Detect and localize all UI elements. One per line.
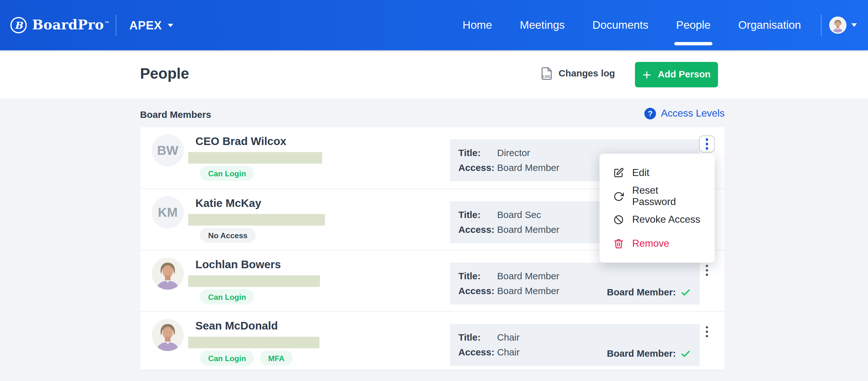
section-title: Board Members: [140, 110, 211, 121]
menu-item-edit[interactable]: Edit: [599, 161, 715, 184]
kebab-dot: [706, 269, 708, 271]
nav-item-meetings[interactable]: Meetings: [518, 0, 566, 50]
board-member-flag: Board Member:: [607, 287, 691, 298]
menu-item-reset-password[interactable]: Reset Password: [599, 184, 715, 208]
avatar-initials: KM: [152, 196, 184, 229]
page-title: People: [140, 65, 189, 82]
revoke-access-icon: [613, 215, 624, 225]
member-row-sean-mcdonald: Sean McDonald Can Login MFA Title:Chair …: [140, 311, 725, 370]
kebab-dot: [706, 147, 708, 150]
access-value: Board Member: [497, 286, 560, 297]
help-icon: ?: [644, 108, 656, 119]
add-person-button[interactable]: Add Person: [635, 62, 718, 88]
row-actions-button[interactable]: [699, 136, 715, 152]
primary-nav: Home Meetings Documents People Organisat…: [461, 0, 803, 50]
avatar-photo: [152, 258, 184, 290]
brand-name: BoardPro: [32, 17, 104, 33]
avatar-photo: [152, 319, 184, 351]
org-name: APEX: [129, 19, 162, 32]
board-member-flag: Board Member:: [607, 348, 691, 359]
avatar-initials-text: BW: [157, 143, 178, 158]
access-label: Access:: [458, 286, 497, 297]
org-selector[interactable]: APEX: [129, 19, 174, 32]
changes-log-button[interactable]: LOG Changes log: [541, 67, 615, 80]
menu-item-revoke-access[interactable]: Revoke Access: [599, 208, 715, 232]
avatar-initials: BW: [152, 134, 184, 167]
access-label: Access:: [458, 224, 497, 235]
add-person-label: Add Person: [658, 69, 711, 80]
brand-trademark: ™: [104, 21, 109, 26]
nav-divider: [821, 14, 822, 36]
member-detail-panel: Title:Board Member Access:Board Member B…: [450, 263, 700, 305]
user-avatar-photo: [830, 18, 845, 33]
menu-item-remove[interactable]: Remove: [599, 232, 715, 255]
nav-item-organisation[interactable]: Organisation: [737, 0, 803, 50]
member-name: Sean McDonald: [195, 320, 278, 332]
member-name: Katie McKay: [195, 197, 261, 209]
access-value: Chair: [497, 347, 520, 358]
svg-text:LOG: LOG: [542, 75, 550, 78]
member-photo: [152, 319, 184, 351]
status-badge: Can Login: [200, 289, 254, 304]
people-page: B BoardPro™ APEX Home Meetings Documents…: [0, 0, 868, 381]
boardpro-brand[interactable]: B BoardPro™: [10, 17, 109, 34]
access-value: Board Member: [497, 224, 560, 235]
title-label: Title:: [458, 209, 497, 220]
user-avatar: [829, 17, 846, 34]
status-badge: Can Login: [200, 351, 254, 366]
kebab-dot: [706, 331, 708, 333]
email-redacted-bar: [188, 214, 325, 226]
plus-icon: [643, 70, 652, 79]
changes-log-label: Changes log: [559, 68, 615, 79]
boardpro-logo-icon: B: [10, 17, 27, 34]
avatar-initials-text: KM: [158, 205, 178, 219]
check-icon: [680, 348, 691, 359]
chevron-down-icon: [167, 23, 174, 28]
email-redacted-bar: [188, 337, 319, 348]
kebab-dot: [706, 265, 708, 267]
badge-list: No Access: [200, 228, 256, 243]
svg-text:?: ?: [648, 109, 653, 118]
reset-password-icon: [613, 191, 624, 202]
edit-icon: [613, 167, 624, 178]
menu-item-label: Reset Password: [632, 185, 705, 208]
chevron-down-icon: [851, 23, 857, 27]
user-menu[interactable]: [829, 17, 857, 34]
log-file-icon: LOG: [541, 67, 553, 80]
access-levels-link[interactable]: ? Access Levels: [644, 108, 725, 119]
member-name: Lochlan Bowers: [195, 258, 281, 271]
nav-divider: [116, 14, 116, 36]
access-levels-label: Access Levels: [661, 108, 725, 119]
menu-item-label: Revoke Access: [632, 214, 700, 226]
trash-icon: [613, 238, 624, 249]
nav-item-documents[interactable]: Documents: [591, 0, 650, 50]
svg-text:B: B: [14, 20, 23, 31]
kebab-dot: [706, 138, 708, 141]
nav-item-home[interactable]: Home: [461, 0, 494, 50]
title-label: Title:: [458, 271, 497, 282]
kebab-dot: [706, 326, 708, 328]
top-nav: B BoardPro™ APEX Home Meetings Documents…: [0, 0, 868, 50]
menu-item-label: Edit: [632, 167, 649, 178]
page-header: [0, 50, 868, 98]
badge-list: Can Login MFA: [200, 351, 293, 366]
status-badge: No Access: [200, 228, 256, 243]
title-label: Title:: [458, 147, 497, 158]
row-actions-button[interactable]: [699, 261, 716, 280]
menu-item-label: Remove: [632, 238, 669, 250]
access-label: Access:: [458, 347, 497, 358]
email-redacted-bar: [188, 152, 322, 164]
title-value: Board Member: [497, 271, 560, 282]
check-icon: [680, 287, 691, 298]
nav-item-people[interactable]: People: [674, 0, 712, 50]
kebab-dot: [706, 335, 708, 337]
access-value: Board Member: [497, 162, 560, 173]
member-photo: [152, 258, 184, 290]
kebab-dot: [706, 274, 708, 276]
access-label: Access:: [458, 162, 497, 173]
email-redacted-bar: [188, 275, 320, 287]
row-actions-menu: Edit Reset Password Revoke Access: [599, 154, 715, 263]
status-badge: Can Login: [200, 166, 254, 181]
kebab-dot: [706, 143, 708, 145]
row-actions-button[interactable]: [699, 322, 716, 341]
